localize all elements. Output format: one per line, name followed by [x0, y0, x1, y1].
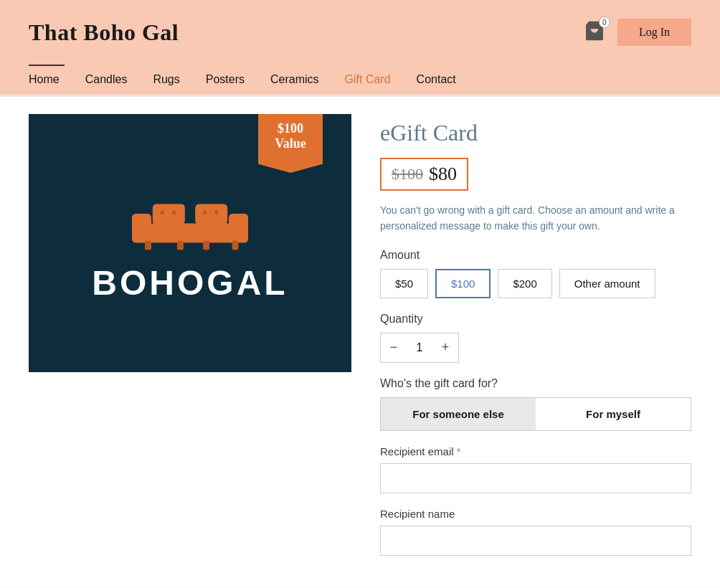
product-ribbon: $100 Value: [258, 114, 323, 173]
amount-other[interactable]: Other amount: [559, 269, 655, 298]
nav-rugs[interactable]: Rugs: [153, 73, 179, 86]
svg-rect-11: [203, 240, 209, 250]
recipient-name-label: Recipient name: [380, 508, 691, 520]
sofa-icon: [125, 184, 255, 256]
product-title: eGift Card: [380, 120, 691, 146]
product-details: eGift Card $100 $80 You can't go wrong w…: [380, 114, 691, 570]
quantity-control: − 1 +: [380, 333, 459, 363]
svg-point-6: [172, 210, 176, 214]
product-brand-text: BOHOGAL: [92, 263, 288, 303]
svg-point-7: [203, 210, 207, 214]
amount-200[interactable]: $200: [498, 269, 551, 298]
product-image: BOHOGAL $100 Value: [29, 114, 351, 372]
gift-for-label: Who's the gift card for?: [380, 377, 691, 390]
amount-label: Amount: [380, 249, 691, 262]
svg-rect-10: [177, 240, 184, 250]
gift-for-options: For someone else For myself: [380, 397, 691, 431]
site-title: That Boho Gal: [29, 19, 179, 46]
price-box: $100 $80: [380, 158, 468, 191]
nav: Home Candles Rugs Posters Ceramics Gift …: [0, 65, 720, 97]
nav-candles[interactable]: Candles: [85, 73, 128, 86]
quantity-value: 1: [407, 341, 432, 354]
nav-posters[interactable]: Posters: [206, 73, 245, 86]
svg-point-5: [161, 210, 164, 214]
svg-rect-2: [229, 214, 248, 243]
recipient-email-label: Recipient email *: [380, 445, 691, 457]
svg-point-8: [214, 210, 218, 214]
header: That Boho Gal 0 Log In: [0, 0, 720, 65]
cart-badge: 0: [599, 16, 610, 28]
current-price: $80: [429, 163, 457, 185]
quantity-decrement[interactable]: −: [381, 333, 407, 362]
recipient-email-input[interactable]: [380, 463, 691, 493]
product-description: You can't go wrong with a gift card. Cho…: [380, 202, 691, 234]
nav-links: Home Candles Rugs Posters Ceramics Gift …: [29, 73, 691, 86]
nav-divider: [29, 65, 65, 66]
header-right: 0 Log In: [583, 19, 691, 46]
required-star: *: [457, 445, 461, 457]
cart-button[interactable]: 0: [583, 19, 606, 45]
price-row: $100 $80: [380, 158, 691, 191]
svg-rect-0: [138, 223, 242, 242]
svg-rect-1: [132, 214, 151, 243]
svg-rect-3: [153, 204, 185, 224]
amount-100[interactable]: $100: [435, 269, 491, 298]
quantity-label: Quantity: [380, 313, 691, 326]
svg-rect-12: [232, 240, 239, 250]
quantity-increment[interactable]: +: [432, 333, 458, 362]
login-button[interactable]: Log In: [617, 19, 691, 46]
nav-ceramics[interactable]: Ceramics: [270, 73, 319, 86]
svg-rect-9: [145, 240, 151, 250]
original-price: $100: [392, 165, 423, 184]
gift-for-someone-else[interactable]: For someone else: [381, 398, 536, 430]
main-content: BOHOGAL $100 Value eGift Card $100 $80 Y…: [0, 97, 720, 587]
amount-options: $50 $100 $200 Other amount: [380, 269, 691, 298]
gift-for-myself[interactable]: For myself: [536, 398, 691, 430]
amount-50[interactable]: $50: [380, 269, 428, 298]
nav-home[interactable]: Home: [29, 73, 60, 86]
nav-contact[interactable]: Contact: [417, 73, 456, 86]
recipient-name-input[interactable]: [380, 526, 691, 556]
nav-gift-card[interactable]: Gift Card: [345, 73, 391, 86]
svg-rect-4: [195, 204, 227, 224]
